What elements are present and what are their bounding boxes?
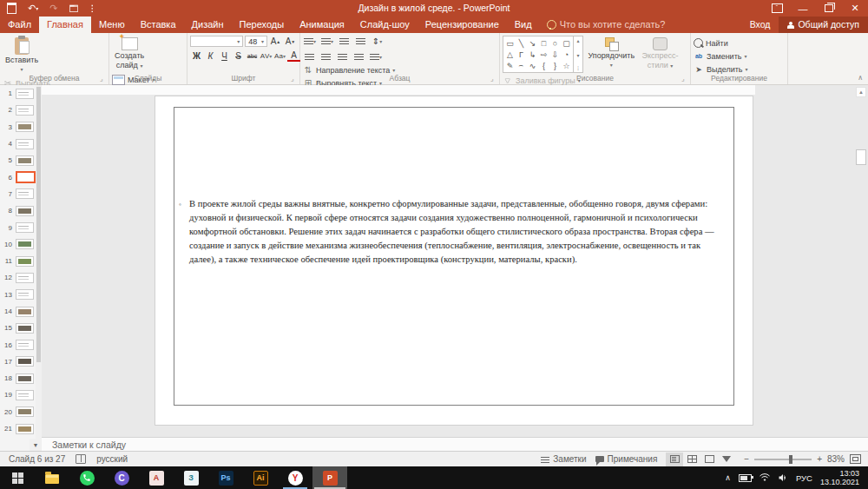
bold-button[interactable]: Ж [190,50,203,62]
slide-thumbnail-3[interactable] [16,122,34,132]
zoom-in-button[interactable]: + [817,454,822,464]
paragraph-dialog-launcher-icon[interactable]: ⌟ [490,76,497,83]
shape-gallery-item-11[interactable]: ◔ [561,49,572,60]
justify-button[interactable] [352,51,365,63]
slide-thumbnail-13[interactable] [16,289,34,300]
slide-thumbnail-15[interactable] [16,323,34,334]
notes-placeholder[interactable]: Заметки к слайду [52,439,126,450]
notes-pane[interactable]: Заметки к слайду [42,437,868,451]
taskbar-app-illustrator[interactable]: Ai [243,466,278,489]
shape-gallery-item-7[interactable]: Γ [516,49,527,60]
drawing-dialog-launcher-icon[interactable]: ⌟ [681,76,688,83]
thumbnails-scrollbar[interactable] [36,85,42,439]
slide-sorter-view-button[interactable] [683,453,700,466]
start-slideshow-icon[interactable]: 🗔 [69,3,78,14]
canvas-scrollbar[interactable]: ▲ [856,87,866,435]
slide-text-block[interactable]: ◦ В проекте жилой среды важны внятные, к… [179,197,717,267]
change-case-button[interactable]: Аа▾ [273,50,286,62]
decrease-indent-button[interactable] [338,36,351,47]
slide-thumbnail-1[interactable] [16,89,34,99]
taskbar-app-app-c[interactable]: C [104,466,139,489]
slide-thumbnail-5[interactable] [16,155,34,166]
slide-thumbnail-11[interactable] [16,256,34,267]
slide-counter[interactable]: Слайд 6 из 27 [9,454,65,464]
replace-button[interactable]: ab Заменить▾ [694,50,748,62]
shape-gallery-item-12[interactable]: ✎ [504,60,516,71]
tab-animations[interactable]: Анимация [292,17,352,33]
battery-icon[interactable] [739,474,752,482]
tab-insert[interactable]: Вставка [133,17,184,33]
save-icon[interactable] [7,3,16,14]
shape-gallery-item-9[interactable]: ⇨ [538,49,549,60]
find-button[interactable]: Найти [694,37,748,49]
comments-toggle-button[interactable]: Примечания [595,454,658,464]
tab-home[interactable]: Главная [39,17,91,33]
collapse-ribbon-icon[interactable]: ∧ [858,74,863,82]
reading-view-button[interactable] [700,453,718,466]
notes-toggle-button[interactable]: Заметки [541,454,586,464]
arrange-button[interactable]: Упорядочить ▾ [586,36,638,71]
current-slide[interactable]: ◦ В проекте жилой среды важны внятные, к… [155,96,753,426]
slide-thumbnail-10[interactable] [16,239,34,249]
taskbar-app-app-3[interactable]: З [174,466,208,489]
tab-design[interactable]: Дизайн [184,17,232,33]
slide-thumbnail-19[interactable] [16,390,34,400]
text-shadow-button[interactable]: abc [246,50,259,62]
shapes-more-icon[interactable]: ᎒ [577,66,580,71]
numbering-button[interactable]: ▾ [320,36,334,47]
shape-gallery-item-17[interactable]: ☆ [561,60,572,71]
tab-menu[interactable]: Меню [91,17,133,33]
slide-thumbnail-16[interactable] [16,340,34,350]
shapes-scroll-down-icon[interactable]: ▾ [576,52,579,58]
shape-gallery-item-5[interactable]: ▢ [561,37,572,49]
columns-button[interactable]: ▾ [369,51,383,63]
restore-button[interactable] [816,0,842,17]
keyboard-language[interactable]: РУС [796,473,812,483]
shape-gallery-item-4[interactable]: ○ [549,37,561,49]
taskbar-app-explorer[interactable] [35,466,69,489]
font-size-combobox[interactable]: 48▾ [245,36,267,47]
ribbon-display-options-icon[interactable]: ˆ [764,0,790,17]
tab-file[interactable]: Файл [0,17,39,33]
slide-thumbnail-9[interactable] [16,222,34,233]
shapes-scroll-up-icon[interactable]: ▴ [576,37,579,43]
taskbar-app-powerpoint[interactable]: P [312,466,347,489]
undo-icon[interactable]: ↶ ▾ [28,3,38,14]
slide-thumbnail-20[interactable] [16,406,34,417]
underline-button[interactable]: Ч [218,50,231,62]
share-button[interactable]: Общий доступ [779,17,868,33]
shape-gallery-item-6[interactable]: △ [504,49,516,60]
slide-paragraph[interactable]: В проекте жилой среды важны внятные, кон… [179,197,717,267]
slide-thumbnail-18[interactable] [16,373,34,384]
tab-review[interactable]: Рецензирование [418,17,507,33]
shrink-font-button[interactable]: А▼ [284,36,297,47]
clock[interactable]: 13:03 13.10.2021 [820,469,859,487]
slide-thumbnail-21[interactable] [16,424,34,434]
font-color-button[interactable]: А [287,50,300,62]
slide-thumbnail-2[interactable] [16,105,34,116]
language-indicator[interactable]: русский [96,454,128,464]
zoom-out-button[interactable]: − [744,454,749,464]
quick-styles-button[interactable]: Экспресс- стили ▾ [640,36,681,72]
line-spacing-button[interactable]: ⇕▾ [371,36,384,47]
shape-gallery-item-8[interactable]: ↳ [527,49,538,60]
close-button[interactable]: ✕ [842,0,868,17]
shape-gallery-item-16[interactable]: } [549,60,561,71]
slide-thumbnail-14[interactable] [16,307,34,317]
thumbnails-scroll-down-icon[interactable]: ▼ [30,439,42,451]
taskbar-app-whatsapp[interactable] [69,466,104,489]
strikethrough-button[interactable]: S [232,50,245,62]
taskbar-app-photoshop[interactable]: Ps [208,466,243,489]
customize-qat-icon[interactable]: ᎒ [89,3,95,14]
italic-button[interactable]: К [204,50,217,62]
shape-gallery-item-14[interactable]: ∿ [527,60,538,71]
minimize-button[interactable]: — [790,0,816,17]
shape-gallery-item-2[interactable]: ↘ [527,37,538,49]
font-dialog-launcher-icon[interactable]: ⌟ [291,76,298,83]
zoom-percentage[interactable]: 83% [827,454,845,464]
spellcheck-icon[interactable] [76,454,86,464]
tab-transitions[interactable]: Переходы [232,17,293,33]
character-spacing-button[interactable]: АV▾ [260,50,273,62]
shapes-gallery-scroll[interactable]: ▴▾᎒ [574,36,583,73]
taskbar-app-app-a[interactable]: А [139,466,174,489]
